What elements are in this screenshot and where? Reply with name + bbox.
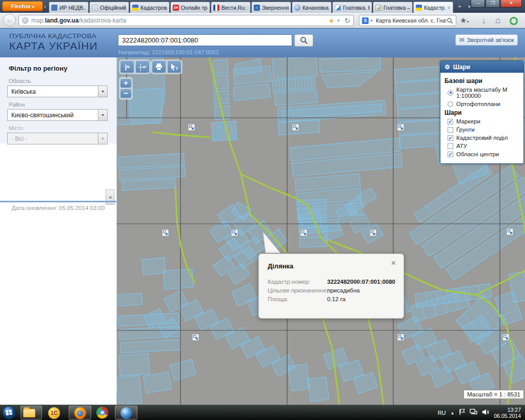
radio-icon[interactable]: [448, 90, 453, 96]
select-район[interactable]: Києво-святошинський▼: [7, 109, 108, 121]
tab-scroll-right-icon[interactable]: ›: [449, 4, 451, 10]
popup-row-2: Площа:0.12 га: [268, 296, 399, 302]
new-tab-button[interactable]: +: [458, 4, 461, 10]
action-center-flag-icon[interactable]: [459, 408, 465, 417]
radio-icon[interactable]: [448, 101, 453, 107]
tab-label: Онлайн тра...: [181, 5, 208, 11]
popup-row-label: Цільове призначення:: [268, 287, 328, 293]
cadastral-number-input[interactable]: 3222482000:07:001:0080: [118, 34, 292, 46]
tab-label: ИР НЕДВ...: [59, 5, 86, 11]
network-icon[interactable]: [470, 408, 477, 417]
tab-2[interactable]: Кадастрова...: [130, 2, 170, 13]
checkbox-icon[interactable]: [448, 127, 453, 133]
chevron-down-icon[interactable]: ▼: [98, 110, 107, 120]
url-bar[interactable]: map.land.gov.ua/kadastrova-karta ★ ▼ ↻: [18, 15, 354, 26]
measure-toolbar: |M ┼м²: [119, 59, 151, 74]
tab-7[interactable]: Гнатовка. К...: [332, 2, 372, 13]
filter-fields: ОбластьКиївська▼РайонКиєво-святошинський…: [0, 74, 116, 144]
red-24-favicon: 24: [173, 5, 179, 11]
browser-tab-strip: Firefox ▾ ‹ ИР НЕДВ...Офіційний ...Кадас…: [0, 0, 525, 13]
tab-6[interactable]: Качановка. ...: [292, 2, 332, 13]
base-layer-option-1[interactable]: Ортофотоплани: [448, 101, 519, 107]
addon-icon[interactable]: [510, 17, 518, 25]
kyiv-favicon: ⌂: [254, 5, 260, 11]
select-область[interactable]: Київська▼: [7, 86, 108, 97]
tab-label: Качановка. ...: [302, 5, 329, 11]
layer-option-4[interactable]: ✓Обласні центри: [448, 151, 519, 157]
gmaps-favicon: ●: [375, 5, 381, 11]
envelope-icon: ✉: [459, 36, 464, 44]
language-indicator[interactable]: RU: [438, 410, 446, 416]
region-filter-pane: Фільтр по регіону ОбластьКиївська▼РайонК…: [0, 57, 116, 143]
checkbox-icon[interactable]: ✓: [448, 119, 453, 124]
tab-9[interactable]: Кадастр...×: [413, 2, 453, 13]
1c-taskbar-button[interactable]: 1С: [48, 407, 60, 419]
chevron-down-icon[interactable]: ▼: [98, 86, 107, 97]
popup-close-icon[interactable]: ✕: [391, 259, 396, 267]
url-dropdown-icon[interactable]: ▼: [336, 18, 340, 23]
print-button[interactable]: [152, 60, 166, 73]
reload-icon[interactable]: ↻: [345, 17, 350, 25]
measure-length-button[interactable]: |M: [120, 60, 134, 73]
tab-5[interactable]: ⌂Звернення ...: [251, 2, 291, 13]
checkbox-icon[interactable]: [448, 143, 453, 149]
layer-option-0[interactable]: ✓Маркери: [448, 118, 519, 124]
google-earth-taskbar-button[interactable]: [115, 406, 137, 419]
checkbox-icon[interactable]: ✓: [448, 135, 453, 141]
firefox-taskbar-button[interactable]: [69, 406, 91, 419]
tab-8[interactable]: ●Гнатовка – ...: [373, 2, 413, 13]
magnifier-icon[interactable]: [447, 17, 453, 24]
popup-row-value: 0.12 га: [327, 296, 346, 302]
tab-label: Гнатовка – ...: [383, 5, 410, 11]
tab-scroll-left-icon[interactable]: ‹: [44, 3, 46, 10]
zoom-in-button[interactable]: +: [120, 78, 132, 88]
restore-button[interactable]: ❒: [486, 0, 500, 8]
layer-option-2[interactable]: ✓Кадастровий поділ: [448, 135, 519, 141]
google-earth-icon: [120, 407, 132, 419]
sidebar-collapse-button[interactable]: ◄: [106, 190, 114, 205]
back-button[interactable]: ←: [3, 14, 16, 27]
volume-icon[interactable]: [482, 408, 489, 417]
downloads-icon[interactable]: ↓: [482, 16, 486, 25]
firefox-menu-button[interactable]: Firefox ▾: [2, 1, 43, 11]
select-місто: - Всі -▼: [7, 133, 108, 144]
feedback-button[interactable]: ✉ Зворотній зв'язок: [455, 34, 518, 46]
home-icon[interactable]: ⌂: [495, 16, 500, 25]
search-engine-icon[interactable]: S: [362, 17, 369, 24]
explorer-taskbar-button[interactable]: [21, 406, 42, 419]
search-engine-box[interactable]: S ▼ Карта Киевская обл. с. Гнатовка: [359, 15, 456, 26]
start-button[interactable]: [2, 406, 16, 420]
field-label-0: Область: [9, 78, 116, 84]
taskbar: 1С RU ▲ 13:27 06.05.2014: [0, 405, 525, 420]
close-button[interactable]: ✕: [500, 0, 522, 8]
tab-label: Кадастрова...: [140, 5, 167, 11]
base-layer-option-0[interactable]: Карта масштабу М 1:100000: [448, 87, 519, 99]
layer-label: Обласні центри: [456, 151, 499, 157]
layer-option-3[interactable]: АТУ: [448, 143, 519, 149]
layer-label: Ґрунти: [456, 127, 475, 133]
minimize-button[interactable]: —: [471, 0, 485, 8]
tab-0[interactable]: ИР НЕДВ...: [49, 2, 89, 13]
checkbox-icon[interactable]: ✓: [448, 152, 453, 157]
url-text: map.land.gov.ua/kadastrova-karta: [31, 17, 126, 24]
base-layers-title: Базові шари: [445, 77, 519, 85]
hidden-icons-arrow[interactable]: ▲: [451, 411, 455, 415]
search-engine-dropdown-icon[interactable]: ▼: [370, 18, 374, 23]
tab-4[interactable]: Вести.Ru: Р...: [211, 2, 251, 13]
layers-panel-header[interactable]: ⚙ Шари: [440, 61, 523, 73]
browser-navbar: ← map.land.gov.ua/kadastrova-karta ★ ▼ ↻…: [0, 13, 525, 28]
identify-button[interactable]: ?: [167, 60, 181, 73]
site-logo[interactable]: ПУБЛІЧНА КАДАСТРОВА КАРТА УКРАЇНИ: [9, 32, 98, 52]
caret-down-icon: ▾: [32, 5, 34, 9]
bookmark-star-icon[interactable]: ★: [329, 17, 335, 25]
cadastral-search-button[interactable]: [294, 34, 313, 47]
measure-area-button[interactable]: ┼м²: [135, 60, 150, 73]
zoom-out-button[interactable]: −: [120, 89, 132, 98]
bookmarks-panel-icon[interactable]: ★▾: [460, 16, 469, 27]
tab-1[interactable]: Офіційний ...: [89, 2, 129, 13]
layer-option-1[interactable]: Ґрунти: [448, 127, 519, 133]
search-query[interactable]: Карта Киевская обл. с. Гнатовка: [376, 17, 447, 24]
chrome-taskbar-button[interactable]: [96, 407, 108, 418]
tab-3[interactable]: 24Онлайн тра...: [170, 2, 210, 13]
taskbar-clock[interactable]: 13:27 06.05.2014: [494, 407, 521, 419]
